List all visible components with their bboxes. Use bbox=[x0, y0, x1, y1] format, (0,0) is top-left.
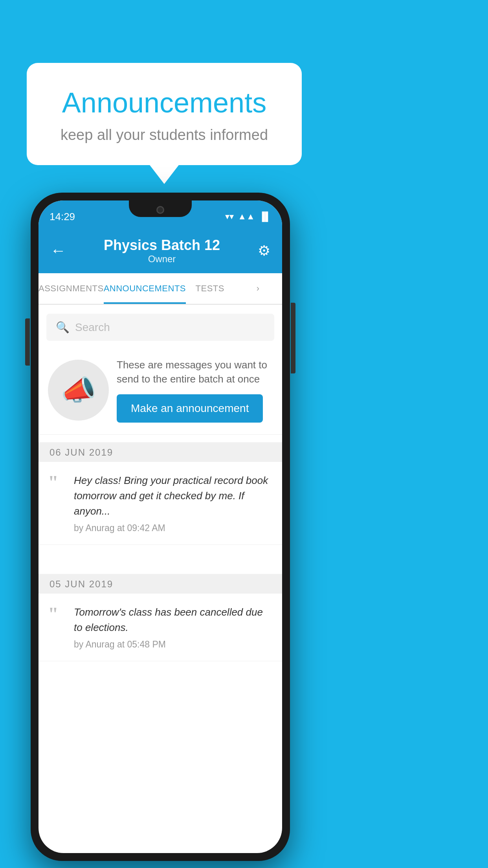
search-container: 🔍 Search bbox=[39, 307, 282, 348]
promo-description: These are messages you want to send to t… bbox=[117, 358, 273, 386]
announcement-author-1: by Anurag at 09:42 AM bbox=[74, 523, 273, 533]
phone-notch bbox=[129, 200, 192, 217]
signal-icon: ▲▲ bbox=[238, 211, 255, 222]
status-time: 14:29 bbox=[50, 211, 75, 223]
speech-bubble: Announcements keep all your students inf… bbox=[27, 63, 302, 165]
speech-bubble-card: Announcements keep all your students inf… bbox=[27, 63, 302, 165]
quote-icon-2: " bbox=[48, 605, 68, 650]
announcement-author-2: by Anurag at 05:48 PM bbox=[74, 639, 273, 650]
promo-right: These are messages you want to send to t… bbox=[117, 358, 273, 423]
promo-section: 📣 These are messages you want to send to… bbox=[39, 346, 282, 435]
app-header: ← Physics Batch 12 Owner ⚙ bbox=[39, 228, 282, 273]
announcement-item-2[interactable]: " Tomorrow's class has been cancelled du… bbox=[39, 594, 282, 661]
quote-icon-1: " bbox=[48, 473, 68, 533]
tab-announcements[interactable]: ANNOUNCEMENTS bbox=[104, 273, 186, 304]
date-label-2: 05 JUN 2019 bbox=[50, 579, 113, 590]
bubble-title: Announcements bbox=[46, 86, 282, 119]
tabs-bar: ASSIGNMENTS ANNOUNCEMENTS TESTS › bbox=[39, 273, 282, 305]
header-title-group: Physics Batch 12 Owner bbox=[104, 237, 220, 265]
batch-title: Physics Batch 12 bbox=[104, 237, 220, 254]
make-announcement-button[interactable]: Make an announcement bbox=[117, 394, 263, 423]
search-box[interactable]: 🔍 Search bbox=[46, 314, 274, 341]
promo-icon-circle: 📣 bbox=[48, 360, 109, 421]
settings-icon[interactable]: ⚙ bbox=[258, 243, 270, 259]
front-camera bbox=[156, 206, 164, 214]
search-icon: 🔍 bbox=[56, 321, 70, 334]
tab-assignments[interactable]: ASSIGNMENTS bbox=[39, 273, 104, 304]
announcement-text-2: Tomorrow's class has been cancelled due … bbox=[74, 605, 273, 635]
announcement-content-1: Hey class! Bring your practical record b… bbox=[74, 473, 273, 533]
batch-subtitle: Owner bbox=[104, 254, 220, 265]
date-separator-1: 06 JUN 2019 bbox=[39, 442, 282, 463]
search-placeholder: Search bbox=[75, 321, 110, 334]
back-button[interactable]: ← bbox=[50, 242, 66, 259]
bubble-subtitle: keep all your students informed bbox=[46, 127, 282, 143]
tab-more[interactable]: › bbox=[234, 273, 282, 304]
announcement-text-1: Hey class! Bring your practical record b… bbox=[74, 473, 273, 519]
megaphone-icon: 📣 bbox=[61, 373, 96, 407]
date-separator-2: 05 JUN 2019 bbox=[39, 574, 282, 594]
wifi-icon: ▾▾ bbox=[225, 211, 234, 222]
phone-screen: 14:29 ▾▾ ▲▲ ▐▌ ← Physics Batch 12 Owner … bbox=[39, 200, 282, 853]
announcement-content-2: Tomorrow's class has been cancelled due … bbox=[74, 605, 273, 650]
status-icons: ▾▾ ▲▲ ▐▌ bbox=[225, 211, 271, 222]
battery-icon: ▐▌ bbox=[259, 211, 271, 222]
phone-outer-shell: 14:29 ▾▾ ▲▲ ▐▌ ← Physics Batch 12 Owner … bbox=[31, 193, 290, 861]
tab-tests[interactable]: TESTS bbox=[186, 273, 234, 304]
phone-device: 14:29 ▾▾ ▲▲ ▐▌ ← Physics Batch 12 Owner … bbox=[31, 193, 290, 861]
date-label-1: 06 JUN 2019 bbox=[50, 447, 113, 458]
announcement-item-1[interactable]: " Hey class! Bring your practical record… bbox=[39, 462, 282, 545]
